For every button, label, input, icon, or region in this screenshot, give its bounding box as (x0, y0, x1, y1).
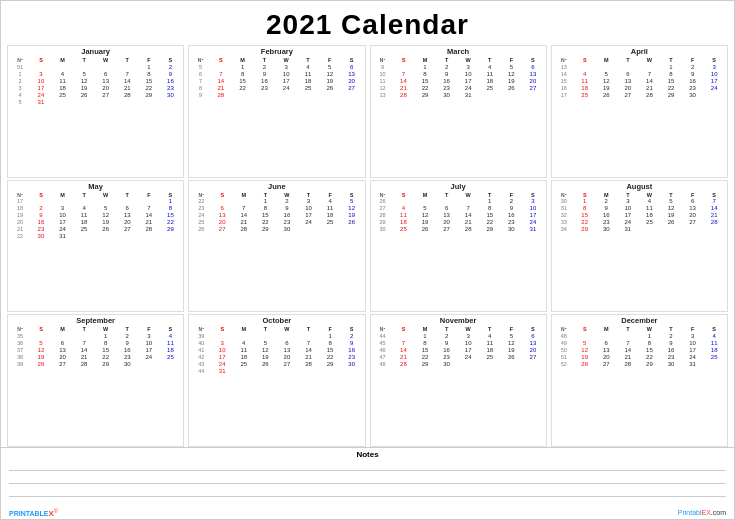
cal-day (95, 63, 117, 70)
week-number: 45 (373, 339, 393, 346)
cal-day (617, 332, 639, 339)
cal-day (319, 226, 341, 233)
cal-day: 9 (341, 339, 363, 346)
cal-day: 27 (52, 360, 74, 367)
cal-day: 24 (52, 226, 74, 233)
cal-day: 9 (682, 70, 704, 77)
cal-day: 22 (414, 84, 436, 91)
cal-day: 18 (479, 77, 501, 84)
cal-day: 3 (457, 63, 479, 70)
week-number: 5 (10, 98, 30, 105)
cal-day (73, 98, 95, 105)
cal-day (211, 332, 233, 339)
cal-day: 13 (522, 339, 544, 346)
cal-day: 13 (341, 70, 363, 77)
cal-day: 16 (596, 212, 618, 219)
cal-day (341, 367, 363, 374)
cal-day: 28 (703, 219, 725, 226)
week-number: 8 (191, 84, 210, 91)
cal-day: 10 (275, 70, 297, 77)
cal-day: 29 (414, 91, 436, 98)
cal-day: 23 (254, 84, 276, 91)
cal-day: 16 (276, 212, 298, 219)
cal-day: 1 (574, 198, 596, 205)
cal-day: 31 (457, 91, 479, 98)
cal-day: 4 (639, 198, 661, 205)
cal-day: 10 (457, 70, 479, 77)
cal-day: 8 (639, 339, 661, 346)
cal-day (596, 63, 618, 70)
cal-day: 11 (319, 205, 341, 212)
cal-day: 29 (660, 91, 682, 98)
cal-day: 13 (116, 212, 138, 219)
week-number: 9 (373, 63, 393, 70)
cal-day: 10 (52, 212, 74, 219)
month-block-may: MayNºSMTWTFS1711823456781991011121314152… (7, 180, 184, 313)
cal-day: 22 (414, 353, 436, 360)
logo-left: PRINTABLEX© (9, 508, 58, 518)
cal-day: 23 (30, 226, 52, 233)
week-number: 30 (554, 198, 574, 205)
cal-day: 12 (501, 70, 523, 77)
cal-day: 13 (522, 70, 544, 77)
cal-day: 26 (255, 360, 277, 367)
cal-day: 17 (52, 219, 74, 226)
week-number: 26 (373, 198, 393, 205)
cal-day: 9 (254, 70, 276, 77)
cal-day (73, 233, 95, 240)
cal-day: 28 (639, 91, 661, 98)
month-name: September (10, 316, 181, 325)
cal-day (52, 198, 74, 205)
cal-day: 10 (211, 346, 233, 353)
cal-day: 30 (276, 226, 298, 233)
cal-day (660, 226, 682, 233)
cal-day: 27 (116, 226, 138, 233)
cal-day: 25 (479, 84, 501, 91)
cal-day: 10 (703, 70, 725, 77)
cal-day (682, 226, 704, 233)
cal-day: 12 (596, 77, 618, 84)
cal-day: 7 (298, 339, 320, 346)
cal-day (160, 233, 182, 240)
week-number: 2 (10, 77, 30, 84)
cal-day: 20 (522, 346, 544, 353)
week-number: 39 (191, 332, 211, 339)
cal-day (138, 198, 160, 205)
cal-day: 14 (138, 212, 160, 219)
cal-day (275, 91, 297, 98)
cal-day: 7 (138, 205, 160, 212)
cal-day: 20 (341, 77, 363, 84)
cal-day: 10 (138, 339, 160, 346)
cal-day: 17 (522, 212, 544, 219)
cal-day: 16 (116, 346, 138, 353)
cal-day: 4 (319, 198, 341, 205)
cal-day: 22 (138, 84, 160, 91)
cal-day: 16 (660, 346, 682, 353)
cal-day (52, 332, 74, 339)
week-number: 6 (191, 70, 210, 77)
cal-day: 16 (501, 212, 523, 219)
cal-day: 14 (233, 212, 255, 219)
cal-day (95, 98, 117, 105)
cal-day (436, 198, 458, 205)
cal-day: 2 (254, 63, 276, 70)
cal-day: 3 (703, 63, 725, 70)
cal-day: 28 (138, 226, 160, 233)
cal-day (30, 63, 52, 70)
cal-day: 23 (116, 353, 138, 360)
cal-day: 14 (617, 346, 639, 353)
month-block-november: NovemberNºSMTWTFS44123456457891011121346… (370, 314, 547, 447)
week-number: 38 (10, 353, 30, 360)
cal-day: 3 (211, 339, 233, 346)
cal-day: 22 (639, 353, 661, 360)
cal-day: 31 (522, 226, 544, 233)
cal-day: 19 (255, 353, 277, 360)
cal-day: 2 (436, 332, 458, 339)
cal-day: 29 (479, 226, 501, 233)
cal-day: 28 (393, 91, 415, 98)
month-name: February (191, 47, 362, 56)
cal-day: 4 (479, 63, 501, 70)
cal-day (232, 91, 254, 98)
cal-day: 8 (479, 205, 501, 212)
cal-day: 2 (501, 198, 523, 205)
